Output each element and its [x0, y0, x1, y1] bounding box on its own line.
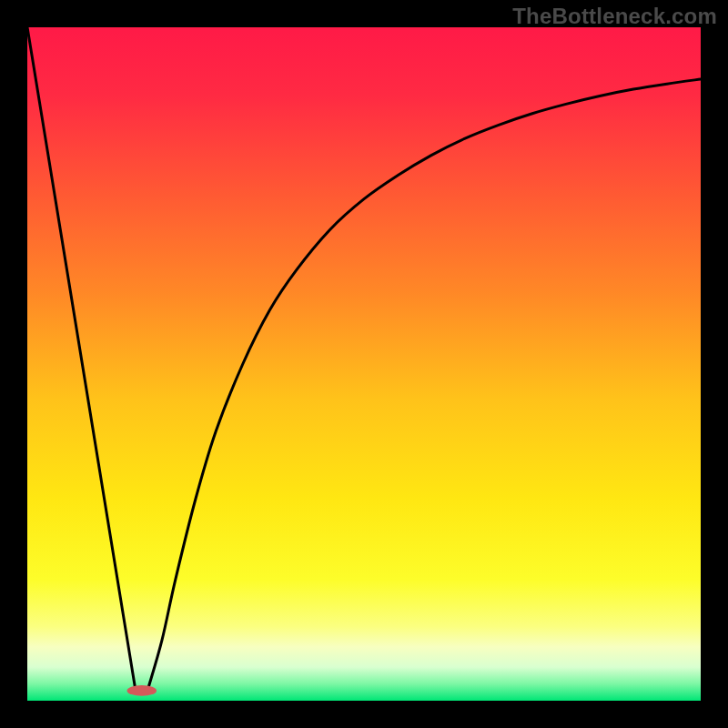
- curve-layer: [27, 27, 701, 701]
- curve-left-line: [27, 27, 135, 687]
- min-point-marker: [127, 685, 157, 696]
- plot-area: [27, 27, 701, 701]
- curve-right: [148, 79, 701, 687]
- watermark-text: TheBottleneck.com: [512, 4, 717, 29]
- plot-outer: [27, 27, 701, 701]
- chart-frame: TheBottleneck.com: [0, 0, 728, 728]
